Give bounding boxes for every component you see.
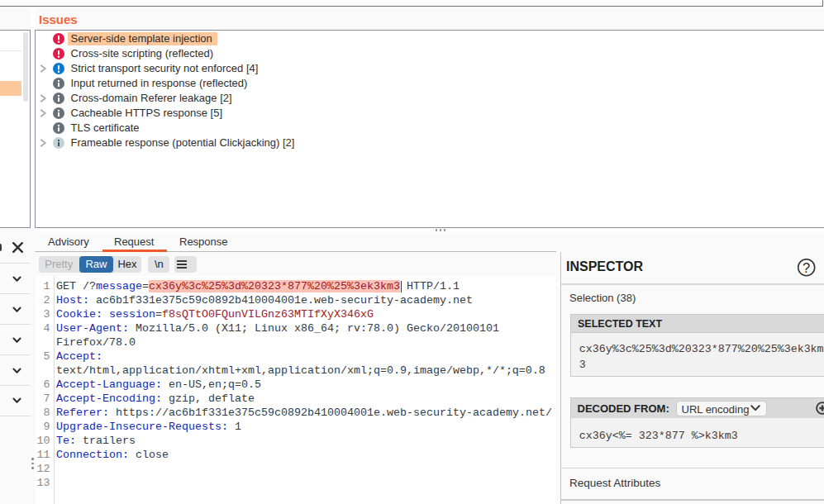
svg-text:?: ?: [803, 259, 810, 274]
